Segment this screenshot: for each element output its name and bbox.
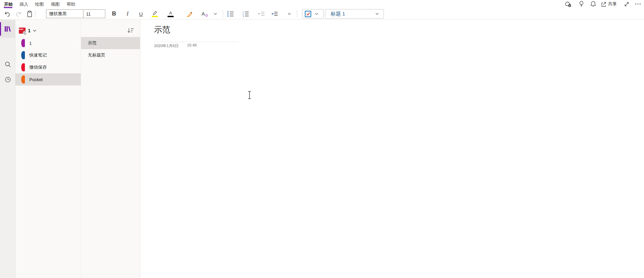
toolbar-separator bbox=[35, 10, 35, 18]
section-row-pocket[interactable]: Pocket bbox=[15, 73, 81, 85]
section-label: 快速笔记 bbox=[29, 52, 47, 58]
notebook-dropdown[interactable]: 1 bbox=[19, 26, 36, 35]
rail-active-indicator bbox=[0, 22, 1, 36]
page-row-untitled[interactable]: 无标题页 bbox=[81, 49, 140, 61]
chevron-down-icon bbox=[33, 30, 36, 32]
page-title-label: 无标题页 bbox=[88, 52, 105, 58]
format-painter-icon bbox=[186, 10, 193, 17]
page-row-demo[interactable]: 示范 bbox=[81, 37, 140, 49]
section-row-quick-notes[interactable]: 快速笔记 bbox=[15, 49, 81, 61]
chevron-down-icon bbox=[315, 13, 318, 15]
font-options-chevron[interactable] bbox=[211, 9, 219, 19]
ribbon-toolbar: B I U A A bbox=[0, 8, 644, 20]
bullet-list-button[interactable] bbox=[225, 9, 236, 19]
page-title-label: 示范 bbox=[88, 40, 97, 46]
active-tab-underline bbox=[4, 7, 12, 8]
bold-icon: B bbox=[112, 10, 116, 17]
rail-recent-notes-button[interactable] bbox=[0, 73, 15, 86]
share-button[interactable]: 共享 bbox=[601, 0, 617, 8]
increase-indent-button[interactable] bbox=[270, 9, 280, 19]
chevron-down-icon bbox=[375, 13, 379, 15]
menu-bar: 开始 插入 绘图 视图 帮助 bbox=[0, 0, 644, 8]
font-size-input[interactable] bbox=[83, 9, 105, 18]
section-label: 微信保存 bbox=[29, 64, 47, 70]
section-tab-icon bbox=[21, 75, 25, 83]
todo-checkbox-icon bbox=[305, 11, 311, 17]
undo-icon bbox=[4, 11, 10, 17]
bullet-list-icon bbox=[227, 11, 234, 17]
style-selected-label: 标题 1 bbox=[331, 11, 345, 17]
italic-icon: I bbox=[127, 10, 129, 17]
expand-diagonal-icon bbox=[624, 1, 630, 7]
paragraph-style-dropdown[interactable]: 标题 1 bbox=[325, 9, 384, 19]
text-cursor bbox=[247, 91, 252, 101]
title-divider bbox=[154, 42, 239, 42]
styles-button[interactable]: A bbox=[198, 9, 208, 19]
highlight-button[interactable] bbox=[150, 9, 160, 19]
notebook-sync-badge bbox=[23, 31, 27, 35]
rail-search-button[interactable] bbox=[0, 58, 15, 71]
search-icon bbox=[5, 61, 11, 68]
tips-button[interactable] bbox=[577, 0, 585, 8]
decrease-indent-icon bbox=[258, 11, 265, 17]
sort-pages-button[interactable] bbox=[126, 26, 135, 34]
redo-button[interactable] bbox=[13, 9, 24, 19]
notebook-icon bbox=[19, 28, 26, 34]
underline-button[interactable]: U bbox=[136, 9, 146, 19]
svg-text:3: 3 bbox=[243, 15, 244, 17]
chevron-down-icon bbox=[214, 13, 217, 15]
undo-button[interactable] bbox=[2, 9, 12, 19]
menu-tab-insert[interactable]: 插入 bbox=[20, 1, 28, 7]
section-label: 1 bbox=[29, 41, 32, 46]
section-label: Pocket bbox=[29, 77, 43, 82]
share-label: 共享 bbox=[608, 1, 617, 7]
bold-button[interactable]: B bbox=[109, 9, 119, 19]
sections-panel: 1 1 快速笔记 微信保存 Pocket bbox=[15, 20, 81, 278]
sync-status-button[interactable] bbox=[564, 0, 572, 8]
numbered-list-button[interactable]: 1 2 3 bbox=[241, 9, 251, 19]
format-painter-button[interactable] bbox=[184, 9, 194, 19]
decrease-indent-button[interactable] bbox=[256, 9, 266, 19]
bell-icon bbox=[590, 1, 596, 7]
section-row-1[interactable]: 1 bbox=[15, 37, 81, 49]
list-options-chevron[interactable] bbox=[285, 9, 293, 19]
page-title[interactable]: 示范 bbox=[154, 24, 170, 35]
paste-button[interactable] bbox=[25, 9, 35, 19]
pages-panel: 示范 无标题页 bbox=[81, 20, 140, 278]
section-tab-icon bbox=[21, 51, 25, 59]
clock-icon bbox=[5, 76, 11, 83]
rail-notebooks-button[interactable] bbox=[0, 20, 15, 38]
onenote-app: 开始 插入 绘图 视图 帮助 bbox=[0, 0, 644, 278]
clipboard-icon bbox=[27, 10, 33, 18]
font-color-icon: A bbox=[169, 10, 172, 15]
font-color-button[interactable]: A bbox=[166, 9, 176, 19]
underline-icon: U bbox=[139, 11, 143, 17]
section-tab-icon bbox=[21, 63, 25, 71]
menu-tab-view[interactable]: 视图 bbox=[51, 1, 60, 7]
menu-tab-draw[interactable]: 绘图 bbox=[35, 1, 44, 7]
fullscreen-button[interactable] bbox=[622, 0, 631, 8]
numbered-list-icon: 1 2 3 bbox=[242, 11, 249, 17]
notifications-button[interactable] bbox=[589, 0, 597, 8]
cloud-sync-icon bbox=[564, 1, 572, 7]
chevron-down-icon bbox=[288, 13, 291, 15]
section-row-wechat[interactable]: 微信保存 bbox=[15, 61, 81, 73]
highlighter-icon bbox=[152, 11, 158, 15]
ellipsis-icon bbox=[635, 1, 641, 7]
menu-tab-home[interactable]: 开始 bbox=[4, 1, 13, 7]
highlight-color-swatch bbox=[152, 16, 158, 17]
more-options-button[interactable] bbox=[634, 0, 642, 8]
toolbar-separator bbox=[223, 10, 223, 18]
sort-icon bbox=[127, 28, 134, 33]
increase-indent-icon bbox=[271, 11, 278, 17]
font-color-swatch bbox=[168, 16, 174, 17]
notebooks-library-icon bbox=[4, 25, 11, 33]
page-editor[interactable]: 示范 2020年1月6日 15:45 bbox=[140, 20, 644, 278]
share-icon bbox=[601, 1, 607, 7]
font-name-input[interactable] bbox=[46, 9, 83, 18]
italic-button[interactable]: I bbox=[122, 9, 133, 19]
toolbar-separator bbox=[297, 10, 297, 18]
todo-tag-combo[interactable] bbox=[302, 9, 324, 19]
menu-tab-help[interactable]: 帮助 bbox=[67, 1, 75, 7]
navigation-rail bbox=[0, 20, 15, 278]
